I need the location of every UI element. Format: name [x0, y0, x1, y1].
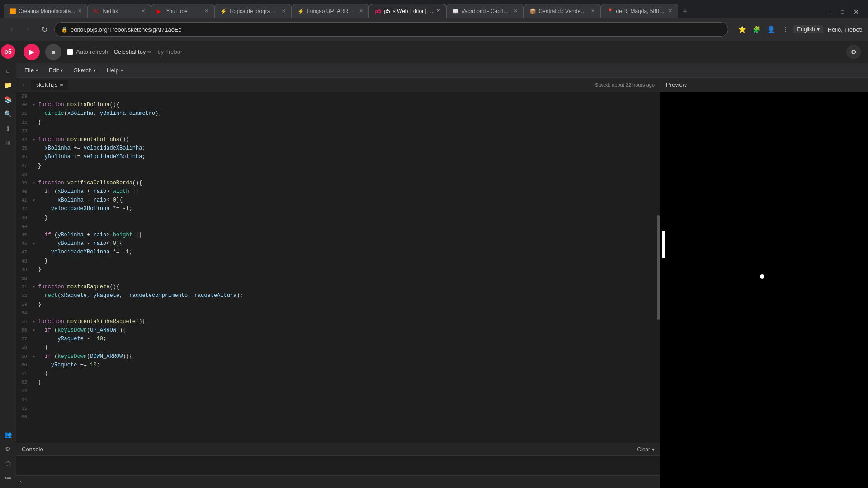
tab-netflix[interactable]: N Netflix ✕: [88, 4, 151, 18]
menu-edit[interactable]: Edit ▾: [44, 65, 67, 75]
fold-arrow-42: [33, 205, 38, 206]
code-line-30: 30▾function mostraBolinha(){: [16, 101, 660, 109]
tab-favicon-creatina: 🟧: [9, 8, 16, 14]
line-content-40: if (xBolinha + raio> width ||: [38, 188, 658, 196]
tab-creatina[interactable]: 🟧 Creatina Monohidrata... ✕: [4, 4, 88, 18]
sketch-author: by Trebor: [157, 48, 182, 55]
menu-help[interactable]: Help ▾: [102, 65, 127, 75]
address-bar[interactable]: 🔒 editor.p5js.org/Trebor/sketches/gAf71a…: [54, 22, 728, 37]
tab-bar: 🟧 Creatina Monohidrata... ✕ N Netflix ✕ …: [0, 0, 868, 18]
language-button[interactable]: English ▾: [793, 25, 823, 33]
tab-favicon-funcao: ⚡: [297, 8, 304, 14]
auto-refresh-toggle[interactable]: Auto-refresh: [67, 48, 108, 55]
line-content-65: [38, 404, 658, 413]
fold-arrow-59[interactable]: ▾: [33, 352, 38, 361]
tab-close-central[interactable]: ✕: [591, 8, 595, 14]
tab-close-logica[interactable]: ✕: [282, 8, 286, 14]
sidebar-icon-community[interactable]: 👥: [2, 428, 14, 441]
new-tab-button[interactable]: +: [678, 5, 692, 18]
minimize-button[interactable]: ─: [823, 5, 835, 18]
maximize-button[interactable]: □: [836, 5, 849, 18]
sidebar-icon-terminal[interactable]: ⬡: [2, 457, 14, 470]
code-line-54: 54: [16, 309, 660, 318]
fold-arrow-39[interactable]: ▾: [33, 179, 38, 187]
tab-close-netflix[interactable]: ✕: [141, 8, 145, 14]
sidebar-icon-settings[interactable]: ⚙: [2, 443, 14, 455]
code-line-38: 38: [16, 170, 660, 179]
code-line-34: 34▾function movimentaBolinha(){: [16, 136, 660, 144]
console-bottom-arrow[interactable]: ›: [20, 479, 22, 485]
menu-sketch[interactable]: Sketch ▾: [69, 65, 100, 75]
edit-sketch-icon[interactable]: ✏: [147, 49, 152, 55]
stop-button[interactable]: ■: [45, 44, 61, 60]
scrollbar-thumb[interactable]: [657, 215, 660, 320]
code-line-60: 60 yRaquete += 10;: [16, 361, 660, 370]
line-number-40: 40: [16, 188, 33, 196]
console-body[interactable]: [16, 456, 660, 475]
browser-chrome: 🟧 Creatina Monohidrata... ✕ N Netflix ✕ …: [0, 0, 868, 41]
line-content-62: }: [38, 378, 658, 387]
reload-button[interactable]: ↻: [38, 23, 51, 36]
settings-button[interactable]: ⋮: [779, 23, 792, 36]
bookmark-button[interactable]: ⭐: [736, 23, 748, 36]
tab-favicon-p5js: p5: [375, 8, 381, 14]
p5-logo[interactable]: p5: [1, 44, 15, 59]
sidebar-icon-folder[interactable]: 📁: [2, 79, 14, 91]
code-line-40: 40 if (xBolinha + raio> width ||: [16, 188, 660, 196]
fold-arrow-30[interactable]: ▾: [33, 101, 38, 109]
tab-youtube[interactable]: ▶ YouTube ✕: [151, 4, 214, 18]
fold-arrow-52: [33, 291, 38, 292]
editor-settings-button[interactable]: ⚙: [846, 45, 861, 59]
sidebar-icon-home[interactable]: ⌂: [2, 64, 14, 77]
line-number-53: 53: [16, 300, 33, 309]
tab-close-funcao[interactable]: ✕: [359, 8, 363, 14]
sidebar-spacer: [2, 151, 14, 427]
sidebar-icon-info[interactable]: ℹ: [2, 122, 14, 135]
tab-close-creatina[interactable]: ✕: [78, 8, 82, 14]
tab-magda[interactable]: 📍 de R. Magda, 580 – Par... ✕: [601, 4, 678, 18]
auto-refresh-checkbox[interactable]: [67, 49, 73, 55]
fold-arrow-34[interactable]: ▾: [33, 136, 38, 144]
tab-close-p5js[interactable]: ✕: [436, 8, 440, 14]
sidebar-icon-search[interactable]: 🔍: [2, 108, 14, 120]
line-content-55: function movimentaMinhaRaquete(){: [38, 318, 658, 326]
fold-arrow-51[interactable]: ▾: [33, 283, 38, 291]
line-number-47: 47: [16, 248, 33, 257]
tab-vagabond[interactable]: 📖 Vagabond - Capitulo 1... ✕: [446, 4, 524, 18]
extension-button[interactable]: 🧩: [750, 23, 763, 36]
tab-logica[interactable]: ⚡ Lógica de programaçã... ✕: [214, 4, 292, 18]
code-line-32: 32}: [16, 118, 660, 127]
tab-p5js[interactable]: p5 p5.js Web Editor | Cele... ✕: [369, 4, 446, 18]
code-line-42: 42 velocidadeXBolinha *= -1;: [16, 205, 660, 213]
fold-arrow-41[interactable]: ▾: [33, 196, 38, 204]
editor-tab-sketchjs[interactable]: sketch.js: [31, 80, 68, 90]
code-editor[interactable]: 29 30▾function mostraBolinha(){31 circle…: [16, 92, 660, 443]
tab-close-magda[interactable]: ✕: [668, 8, 672, 14]
forward-button[interactable]: ›: [22, 23, 34, 36]
menu-file[interactable]: File ▾: [20, 65, 42, 75]
fold-arrow-55[interactable]: ▾: [33, 318, 38, 326]
tab-close-vagabond[interactable]: ✕: [514, 8, 518, 14]
editor-expand-button[interactable]: ›: [18, 80, 29, 90]
line-content-57: yRaquete -= 10;: [38, 335, 658, 343]
sidebar-icon-layers[interactable]: ⊞: [2, 136, 14, 149]
profile-button[interactable]: 👤: [764, 23, 777, 36]
fold-arrow-56[interactable]: ▾: [33, 326, 38, 334]
play-button[interactable]: ▶: [24, 44, 40, 60]
editor-vertical-scrollbar[interactable]: [656, 92, 660, 443]
console-expand-icon[interactable]: ▾: [652, 446, 655, 453]
fold-arrow-61: [33, 370, 38, 371]
tab-central[interactable]: 📦 Central do Vendedor d... ✕: [524, 4, 601, 18]
line-number-51: 51: [16, 283, 33, 291]
sidebar-icon-more[interactable]: •••: [2, 472, 14, 484]
fold-arrow-64: [33, 396, 38, 397]
tab-funcao[interactable]: ⚡ Função UP_ARROW nã... ✕: [292, 4, 369, 18]
sidebar-icon-book[interactable]: 📚: [2, 93, 14, 106]
fold-arrow-35: [33, 144, 38, 145]
back-button[interactable]: ‹: [5, 23, 18, 36]
console-clear-button[interactable]: Clear ▾: [637, 446, 655, 453]
line-content-30: function mostraBolinha(){: [38, 101, 658, 109]
close-window-button[interactable]: ✕: [850, 5, 863, 18]
fold-arrow-46[interactable]: ▾: [33, 239, 38, 248]
tab-close-youtube[interactable]: ✕: [204, 8, 208, 14]
